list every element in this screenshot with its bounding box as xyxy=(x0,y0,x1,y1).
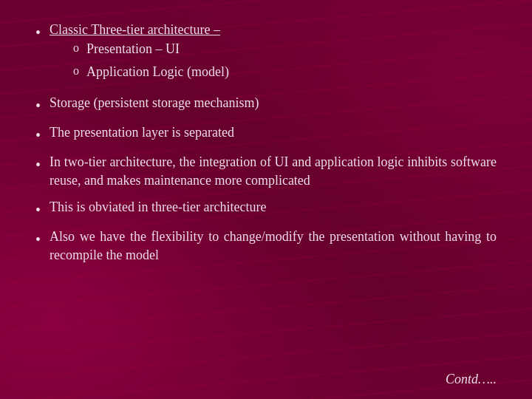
sub-items-1: o Presentation – UI o Application Logic … xyxy=(73,39,229,82)
bullet-item-3: • The presentation layer is separated xyxy=(35,123,497,146)
bullet-dot-2: • xyxy=(35,95,41,116)
slide-content: • Classic Three-tier architecture – o Pr… xyxy=(0,0,532,287)
bullet-dot-6: • xyxy=(35,229,41,250)
sub-text-1b: Application Logic (model) xyxy=(86,62,229,82)
bullet-item-5: • This is obviated in three-tier archite… xyxy=(35,198,497,220)
sub-dot-1a: o xyxy=(73,39,79,57)
bullet-dot-4: • xyxy=(35,154,41,175)
bullet-text-3: The presentation layer is separated xyxy=(50,123,234,142)
contd-label: Contd….. xyxy=(446,372,497,387)
sub-dot-1b: o xyxy=(73,62,79,80)
bullet-text-2: Storage (persistent storage mechanism) xyxy=(50,94,259,112)
bullet-text-1: Classic Three-tier architecture – xyxy=(50,22,220,37)
bullet-text-4: In two-tier architecture, the integratio… xyxy=(50,153,497,190)
bullet-dot-3: • xyxy=(35,125,41,146)
bullet-item-6: • Also we have the flexibility to change… xyxy=(35,228,497,265)
bullet-text-6: Also we have the flexibility to change/m… xyxy=(50,228,497,265)
sub-item-1a: o Presentation – UI xyxy=(73,39,229,59)
bullet-item-2: • Storage (persistent storage mechanism) xyxy=(35,94,497,116)
sub-text-1a: Presentation – UI xyxy=(86,39,180,59)
bullet-dot-5: • xyxy=(35,200,41,220)
sub-item-1b: o Application Logic (model) xyxy=(73,62,229,82)
bullet-text-5: This is obviated in three-tier architect… xyxy=(50,198,266,216)
bullet-item-4: • In two-tier architecture, the integrat… xyxy=(35,153,497,190)
bullet-item-1: • Classic Three-tier architecture – o Pr… xyxy=(35,21,497,86)
bullet-dot-1: • xyxy=(35,22,41,43)
